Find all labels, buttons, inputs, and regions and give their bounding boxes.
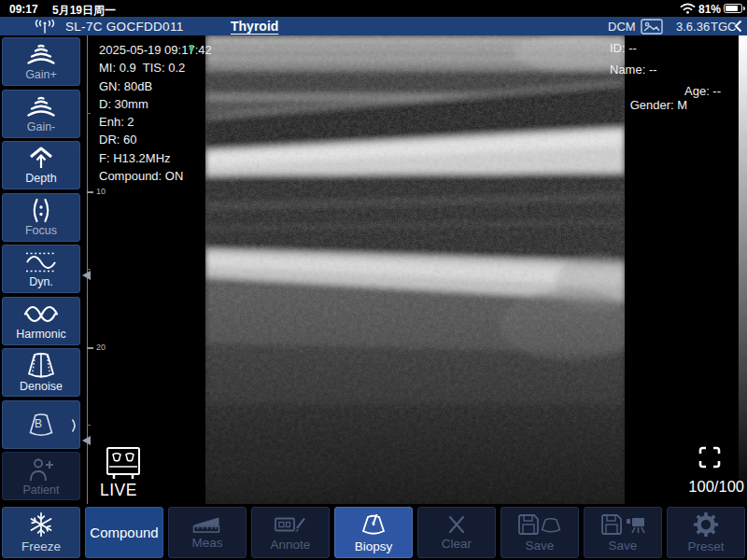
toolbar-label: Annote [271,539,311,552]
toolbar-label: Save [609,539,638,553]
dcm-label[interactable]: DCM [608,20,636,34]
focus-icon [27,198,55,223]
sidebar-label: Dyn. [29,276,53,288]
depth-ruler [87,35,88,504]
wifi-icon [680,3,696,14]
sidebar-button-dynamic-range[interactable]: Dyn. [2,245,80,293]
gain-minus-icon [25,95,57,119]
ultrasound-app-screen: 09:17 5月19日周一 81% SL-7C GOCFDD011 Thyroi… [0,0,747,560]
sidebar-label: Depth [25,173,56,185]
ruler-label-20: 20 [96,343,106,352]
save-cine-icon [599,512,646,537]
fullscreen-icon[interactable] [698,445,722,469]
battery-percent: 81% [698,3,721,16]
grayscale-bar [739,35,747,504]
status-time: 09:17 [9,3,38,16]
toolbar-label: Preset [687,540,724,553]
patient-name: Name: -- [610,63,687,75]
sidebar-button-gain-minus[interactable]: Gain- [2,90,80,138]
param-line-dynamic-range: DR: 60 [99,131,212,148]
harmonic-icon [22,301,60,327]
param-line-compound: Compound: ON [99,167,212,185]
sidebar-button-harmonic[interactable]: Harmonic [2,297,80,345]
sidebar-label: Patient [23,484,60,497]
toolbar-label: Compound [90,525,158,539]
gear-icon [693,511,719,538]
save-image-icon [516,512,563,537]
patient-icon [27,456,55,483]
param-line-enhance: Enh: 2 [99,113,212,131]
app-version: 3.6.36 [676,20,710,34]
toolbar-button-save-cine[interactable]: Save [584,507,662,558]
focus-marker [82,436,91,445]
tgc-label[interactable]: TGC [711,20,736,34]
ruler-tick [87,113,91,114]
toolbar-button-meas[interactable]: Meas [168,507,247,558]
ruler-tick [87,425,91,426]
battery-nub [743,7,745,10]
sidebar-button-patient[interactable]: Patient [2,452,80,500]
toolbar-label: Freeze [21,540,61,553]
patient-gender: Gender: M [630,98,687,112]
sidebar-button-b-mode[interactable]: B [2,400,80,449]
toolbar-label: Biopsy [355,540,393,553]
battery-icon [724,4,742,13]
chevron-right-icon [71,418,78,433]
app-header: SL-7C GOCFDD011 Thyroid DCM 3.6.36 TGC [0,17,747,35]
sidebar-label: Denoise [20,381,63,393]
patient-age: Age: -- [684,84,721,98]
patient-id: ID: -- [610,41,687,53]
sidebar-button-focus[interactable]: Focus [2,193,80,242]
dcm-export-icon[interactable] [641,19,663,35]
imaging-params: 2025-05-19 09:17:42 MI: 0.9 TIS: 0.2 GN:… [99,41,212,185]
measure-ruler-icon [190,515,224,534]
clear-x-icon [446,514,467,535]
machine-icon [105,446,142,481]
sidebar-button-gain-plus[interactable]: Gain+ [2,37,80,86]
sidebar-label: Gain+ [25,69,57,81]
depth-icon [27,146,55,171]
gain-plus-icon [25,43,57,67]
toolbar-button-preset[interactable]: Preset [667,507,745,558]
ruler-tick [87,347,93,349]
param-line-depth: D: 30mm [99,95,212,113]
toolbar-button-clear[interactable]: Clear [417,507,496,558]
sidebar-button-denoise[interactable]: Denoise [2,348,80,397]
toolbar-button-annote[interactable]: Annote [251,507,330,558]
live-indicator: LIVE [100,481,137,500]
ruler-tick [87,191,93,193]
param-line-mi-tis: MI: 0.9 TIS: 0.2 [99,59,212,77]
toolbar-button-freeze[interactable]: Freeze [2,507,80,558]
param-line-frequency: F: H13.2MHz [99,149,212,167]
record-indicator-dot [190,45,193,50]
sidebar-label: Gain- [27,121,56,133]
toolbar-button-compound[interactable]: Compound [85,507,163,558]
ultrasound-image[interactable] [205,35,625,504]
ruler-label-10: 10 [96,187,106,196]
tgc-chevron-icon[interactable] [734,20,742,33]
toolbar-button-biopsy[interactable]: Biopsy [334,507,413,558]
toolbar-button-save-image[interactable]: Save [500,507,579,558]
focus-marker [82,271,91,280]
toolbar-label: Clear [442,538,472,551]
sidebar-label: Harmonic [16,329,66,341]
sidebar-label: Focus [25,225,57,237]
frame-counter: 100/100 [688,478,744,496]
probe-name[interactable]: SL-7C GOCFDD011 [65,20,184,34]
toolbar-label: Save [526,539,555,553]
sidebar-button-depth[interactable]: Depth [2,141,80,189]
snowflake-icon [28,511,54,538]
b-mode-letter: B [3,417,74,430]
exam-preset-title[interactable]: Thyroid [231,19,278,34]
dynamic-range-icon [24,250,58,274]
ruler-tick [87,269,91,270]
patient-info: ID: -- Name: -- Gender: M Age: -- [610,41,687,105]
biopsy-needle-icon [358,512,389,538]
annotation-icon [274,514,307,536]
status-bar: 09:17 5月19日周一 81% [0,0,747,17]
acquisition-timestamp: 2025-05-19 09:17:42 [99,41,212,59]
denoise-icon [24,352,58,379]
param-line-gain: GN: 80dB [99,77,212,95]
probe-signal-icon [34,20,56,34]
toolbar-label: Meas [191,537,222,550]
